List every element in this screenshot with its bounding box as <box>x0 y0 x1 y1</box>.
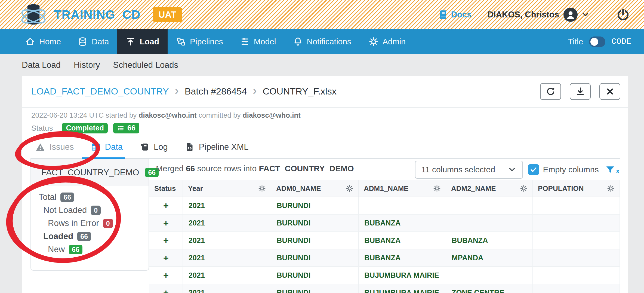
tab-label: Pipeline XML <box>199 142 249 152</box>
target-table-header[interactable]: FACT_COUNTRY_DEMO 66 <box>31 159 149 186</box>
tab-bar: Issues Data Log Pipeline XML <box>30 136 620 159</box>
table-icon <box>91 142 101 152</box>
column-header-year[interactable]: Year <box>183 180 271 197</box>
toggle-knob <box>590 38 598 46</box>
column-header-population[interactable]: POPULATION <box>533 180 620 197</box>
clear-filter-button[interactable]: x <box>605 164 620 175</box>
subnav-item-history[interactable]: History <box>74 60 100 70</box>
stat-badge: 66 <box>60 193 74 202</box>
gear-icon[interactable] <box>433 185 441 192</box>
stat-row-new[interactable]: New 66 <box>31 243 149 256</box>
tab-content: FACT_COUNTRY_DEMO 66 Total 66 Not Loaded… <box>22 159 628 293</box>
tab-data[interactable]: Data <box>91 136 123 158</box>
merged-summary: Merged 66 source rows into FACT_COUNTRY_… <box>156 164 354 173</box>
cell-year: 2021 <box>183 267 271 284</box>
nav-item-model[interactable]: Model <box>232 29 285 54</box>
columns-select-value: 11 columns selected <box>421 165 495 174</box>
bell-icon <box>293 37 303 47</box>
row-expand-button[interactable]: + <box>149 249 183 267</box>
chevron-right-icon: › <box>175 91 179 92</box>
close-button[interactable] <box>599 83 620 100</box>
column-header-adm2-name[interactable]: ADM2_NAME <box>446 180 533 197</box>
cell-adm1: BUBANZA <box>359 249 446 267</box>
cell-adm2: MPANDA <box>446 249 533 267</box>
list-icon <box>117 124 125 132</box>
target-table-name: FACT_COUNTRY_DEMO <box>41 168 139 178</box>
stat-row-total[interactable]: Total 66 <box>31 191 149 204</box>
nav-item-load[interactable]: Load <box>117 29 168 54</box>
columns-select[interactable]: 11 columns selected <box>415 161 523 179</box>
row-expand-button[interactable]: + <box>149 284 183 293</box>
column-label: Status <box>154 184 176 193</box>
app-header: TRAINING_CD UAT Docs DIAKOS, Christos <box>0 0 644 29</box>
nav-label: Pipelines <box>190 37 223 46</box>
tab-log[interactable]: Log <box>140 136 168 158</box>
table-row: + 2021 BURUNDI BUBANZA <box>149 214 620 232</box>
env-badge: UAT <box>153 7 182 22</box>
committed-by-user: diakosc@who.int <box>243 111 301 119</box>
chevron-right-icon: › <box>253 91 257 92</box>
refresh-button[interactable] <box>540 83 561 100</box>
cell-adm1 <box>359 197 446 214</box>
docs-link[interactable]: Docs <box>437 9 472 20</box>
nav-label: Admin <box>383 37 406 46</box>
cell-adm2 <box>446 197 533 214</box>
status-row: Status Completed 66 <box>31 123 139 133</box>
subnav-item-data-load[interactable]: Data Load <box>22 60 61 70</box>
pipeline-link[interactable]: LOAD_FACT_DEMO_COUNTRY <box>31 86 169 97</box>
download-button[interactable] <box>570 83 591 100</box>
row-expand-button[interactable]: + <box>149 232 183 249</box>
cell-year: 2021 <box>183 232 271 249</box>
nav-item-data[interactable]: Data <box>69 29 117 54</box>
cell-adm0: BURUNDI <box>271 284 359 293</box>
cell-population <box>533 284 620 293</box>
table-row: + 2021 BURUNDI <box>149 197 620 214</box>
nav-item-pipelines[interactable]: Pipelines <box>168 29 232 54</box>
upload-icon <box>126 37 135 47</box>
cell-year: 2021 <box>183 214 271 232</box>
cell-adm0: BURUNDI <box>271 214 359 232</box>
close-icon <box>605 87 615 96</box>
tab-label: Issues <box>50 142 74 152</box>
tab-pipeline-xml[interactable]: Pipeline XML <box>185 136 249 158</box>
stat-row-not-loaded[interactable]: Not Loaded 0 <box>31 204 149 217</box>
stat-label: Rows in Error <box>48 218 99 228</box>
title-code-toggle[interactable] <box>589 36 605 47</box>
column-header-adm1-name[interactable]: ADM1_NAME <box>359 180 446 197</box>
empty-columns-checkbox[interactable] <box>528 164 539 175</box>
cell-adm2: ZONE CENTRE <box>446 284 533 293</box>
stat-label: New <box>48 245 65 254</box>
cell-year: 2021 <box>183 284 271 293</box>
row-expand-button[interactable]: + <box>149 197 183 214</box>
row-expand-button[interactable]: + <box>149 267 183 284</box>
tab-issues[interactable]: Issues <box>35 136 74 158</box>
gear-icon[interactable] <box>258 185 266 192</box>
status-label: Status <box>31 124 53 133</box>
cell-population <box>533 197 620 214</box>
stat-badge: 66 <box>77 232 91 241</box>
gear-icon[interactable] <box>520 185 528 192</box>
column-header-adm0-name[interactable]: ADM0_NAME <box>271 180 359 197</box>
table-row: + 2021 BURUNDI BUJUMBURA MAIRIE ZONE CEN… <box>149 284 620 293</box>
subnav-item-scheduled-loads[interactable]: Scheduled Loads <box>113 60 178 70</box>
nav-item-admin[interactable]: Admin <box>360 29 414 54</box>
gear-icon[interactable] <box>607 185 615 192</box>
nav-label: Data <box>92 37 109 46</box>
data-table: Status Year ADM0_NAME ADM1_NAME ADM2_NAM… <box>149 180 620 293</box>
nav-item-notifications[interactable]: Notifications <box>285 29 360 54</box>
cell-adm2: BUBANZA <box>446 232 533 249</box>
logout-button[interactable] <box>616 8 630 22</box>
app-logo-icon <box>17 1 50 28</box>
column-header-status[interactable]: Status <box>149 180 183 197</box>
nav-item-home[interactable]: Home <box>17 29 69 54</box>
stat-row-loaded[interactable]: Loaded 66 <box>31 230 149 243</box>
chevron-down-icon[interactable] <box>581 11 590 19</box>
cell-adm1: BUBANZA <box>359 214 446 232</box>
breadcrumb: LOAD_FACT_DEMO_COUNTRY › Batch #286454 ›… <box>31 86 337 97</box>
gear-icon[interactable] <box>346 185 353 192</box>
stat-row-rows-in-error[interactable]: Rows in Error 0 <box>31 217 149 230</box>
avatar[interactable] <box>563 8 578 22</box>
row-expand-button[interactable]: + <box>149 214 183 232</box>
table-row: + 2021 BURUNDI BUBANZA MPANDA <box>149 249 620 267</box>
download-icon <box>575 87 585 96</box>
